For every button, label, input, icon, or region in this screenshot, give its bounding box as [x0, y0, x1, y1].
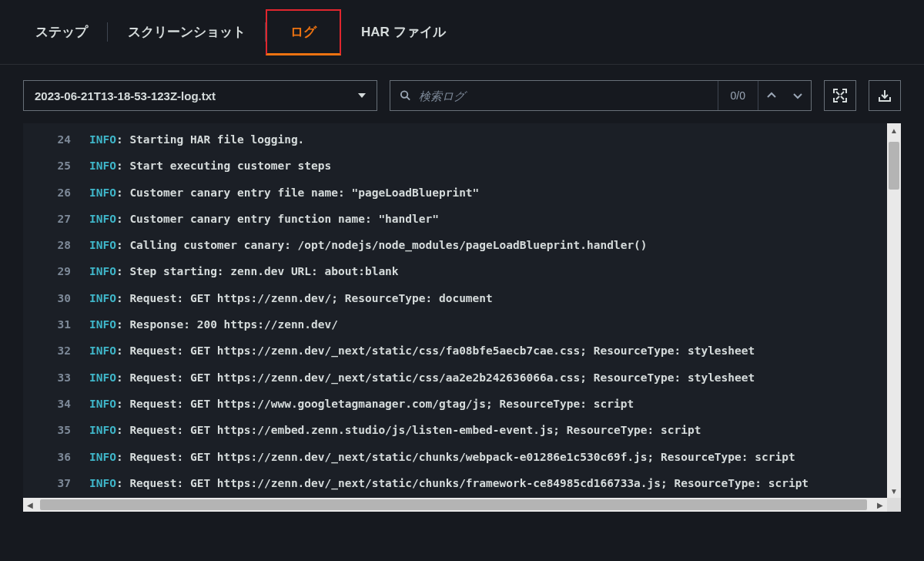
selected-file-label: 2023-06-21T13-18-53-123Z-log.txt — [35, 89, 216, 102]
log-text: INFO: Request: GET https://zenn.dev/_nex… — [89, 370, 755, 385]
line-number: 24 — [23, 132, 89, 147]
log-file-select[interactable]: 2023-06-21T13-18-53-123Z-log.txt — [23, 80, 377, 111]
tab-log[interactable]: ログ — [266, 9, 341, 55]
log-level: INFO — [89, 213, 116, 225]
scroll-left-icon[interactable]: ◀ — [23, 498, 37, 512]
line-number: 29 — [23, 264, 89, 279]
log-text: INFO: Starting HAR file logging. — [89, 132, 304, 147]
scroll-up-icon[interactable]: ▲ — [887, 123, 901, 137]
log-level: INFO — [89, 239, 116, 251]
log-toolbar: 2023-06-21T13-18-53-123Z-log.txt 0/0 — [0, 65, 924, 123]
log-line: 33INFO: Request: GET https://zenn.dev/_n… — [23, 364, 901, 391]
log-viewer: 24INFO: Starting HAR file logging.25INFO… — [23, 123, 901, 512]
log-line: 37INFO: Request: GET https://zenn.dev/_n… — [23, 470, 901, 496]
tab-step[interactable]: ステップ — [15, 9, 108, 55]
log-text: INFO: Request: GET https://zenn.dev/; Re… — [89, 291, 493, 306]
horizontal-scrollbar[interactable]: ◀ ▶ — [23, 498, 901, 512]
scrollbar-thumb[interactable] — [889, 142, 899, 190]
log-text: INFO: Start executing customer steps — [89, 158, 331, 173]
log-text: INFO: Customer canary entry function nam… — [89, 211, 439, 227]
log-lines[interactable]: 24INFO: Starting HAR file logging.25INFO… — [23, 123, 901, 498]
log-line: 36INFO: Request: GET https://zenn.dev/_n… — [23, 444, 901, 470]
search-input[interactable] — [419, 89, 708, 102]
line-number: 27 — [23, 211, 89, 227]
chevron-down-icon — [358, 93, 366, 98]
log-level: INFO — [89, 451, 116, 463]
log-text: INFO: Step starting: zenn.dev URL: about… — [89, 264, 399, 279]
tab-screenshot[interactable]: スクリーンショット — [108, 9, 266, 55]
log-level: INFO — [89, 398, 116, 410]
download-button[interactable] — [869, 80, 901, 111]
line-number: 30 — [23, 291, 89, 306]
log-line: 32INFO: Request: GET https://zenn.dev/_n… — [23, 338, 901, 364]
chevron-down-icon — [792, 90, 803, 101]
search-count: 0/0 — [718, 81, 758, 110]
scrollbar-thumb[interactable] — [40, 499, 867, 510]
log-level: INFO — [89, 186, 116, 199]
vertical-scrollbar[interactable]: ▲ ▼ — [887, 123, 901, 498]
svg-line-1 — [407, 97, 410, 100]
line-number: 35 — [23, 422, 89, 438]
log-line: 26INFO: Customer canary entry file name:… — [23, 180, 901, 206]
line-number: 36 — [23, 449, 89, 465]
log-level: INFO — [89, 133, 116, 146]
log-level: INFO — [89, 265, 116, 277]
line-number: 26 — [23, 185, 89, 200]
expand-icon — [833, 89, 847, 102]
search-prev-button[interactable] — [758, 81, 785, 110]
log-text: INFO: Customer canary entry file name: "… — [89, 185, 479, 200]
svg-point-0 — [401, 91, 407, 97]
log-line: 31INFO: Response: 200 https://zenn.dev/ — [23, 311, 901, 338]
log-level: INFO — [89, 292, 116, 304]
log-line: 28INFO: Calling customer canary: /opt/no… — [23, 232, 901, 258]
log-text: INFO: Calling customer canary: /opt/node… — [89, 237, 648, 253]
search-box: 0/0 — [390, 80, 812, 111]
log-level: INFO — [89, 424, 116, 436]
download-icon — [878, 89, 892, 102]
log-line: 34INFO: Request: GET https://www.googlet… — [23, 391, 901, 417]
scrollbar-corner — [887, 498, 901, 512]
line-number: 32 — [23, 343, 89, 358]
log-text: INFO: Request: GET https://embed.zenn.st… — [89, 422, 701, 438]
log-line: 29INFO: Step starting: zenn.dev URL: abo… — [23, 258, 901, 284]
tab-bar: ステップ スクリーンショット ログ HAR ファイル — [0, 0, 924, 65]
line-number: 25 — [23, 158, 89, 173]
line-number: 34 — [23, 396, 89, 412]
line-number: 33 — [23, 370, 89, 385]
chevron-up-icon — [766, 90, 777, 101]
log-text: INFO: Request: GET https://zenn.dev/_nex… — [89, 475, 808, 491]
log-text: INFO: Request: GET https://zenn.dev/_nex… — [89, 343, 755, 358]
log-text: INFO: Response: 200 https://zenn.dev/ — [89, 317, 338, 332]
scroll-right-icon[interactable]: ▶ — [873, 498, 887, 512]
log-text: INFO: Request: GET https://zenn.dev/_nex… — [89, 449, 795, 465]
log-line: 27INFO: Customer canary entry function n… — [23, 206, 901, 232]
tab-har[interactable]: HAR ファイル — [341, 9, 466, 55]
log-level: INFO — [89, 344, 116, 357]
line-number: 37 — [23, 475, 89, 491]
log-level: INFO — [89, 371, 116, 384]
fullscreen-button[interactable] — [824, 80, 856, 111]
log-line: 25INFO: Start executing customer steps — [23, 153, 901, 179]
log-line: 24INFO: Starting HAR file logging. — [23, 126, 901, 153]
log-line: 30INFO: Request: GET https://zenn.dev/; … — [23, 285, 901, 311]
line-number: 31 — [23, 317, 89, 332]
search-icon — [400, 89, 411, 102]
scroll-down-icon[interactable]: ▼ — [887, 484, 901, 498]
log-level: INFO — [89, 477, 116, 489]
log-line: 35INFO: Request: GET https://embed.zenn.… — [23, 417, 901, 443]
search-next-button[interactable] — [785, 81, 811, 110]
log-level: INFO — [89, 318, 116, 331]
log-text: INFO: Request: GET https://www.googletag… — [89, 396, 634, 412]
log-level: INFO — [89, 160, 116, 172]
line-number: 28 — [23, 237, 89, 253]
